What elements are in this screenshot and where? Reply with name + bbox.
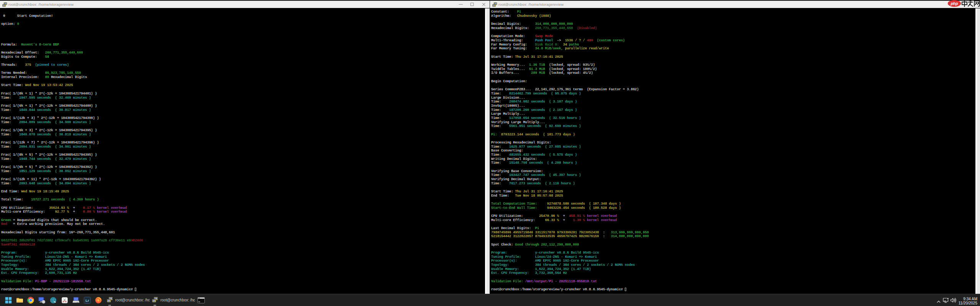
svg-text:php: php — [950, 1, 958, 6]
svg-text:Lr: Lr — [85, 298, 89, 303]
